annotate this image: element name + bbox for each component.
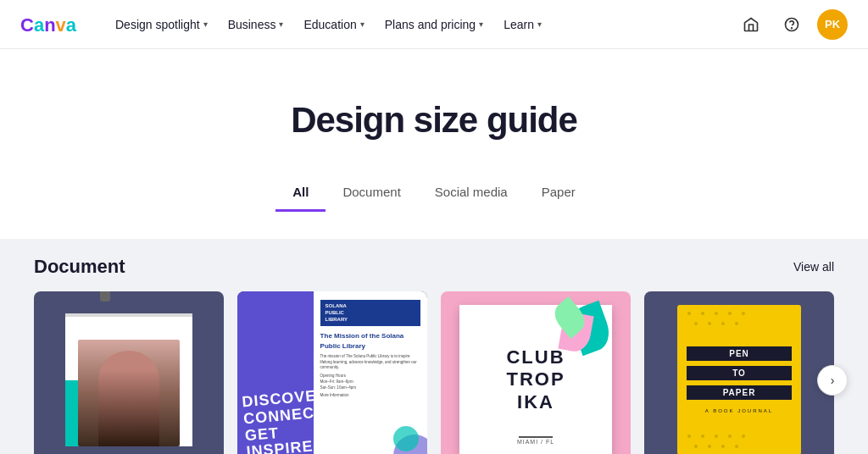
paper-label: PAPER bbox=[687, 385, 792, 400]
svg-text:Canva: Canva bbox=[20, 14, 77, 36]
cards-row: DISCOVERCONNECTGETINSPIRED SOLANAPUBLICL… bbox=[34, 291, 834, 454]
tropika-inner: CLUBTROPIKA MIAMI / FL bbox=[459, 305, 611, 454]
discover-text: DISCOVERCONNECTGETINSPIRED bbox=[242, 389, 314, 454]
nav-links: Design spotlight ▾ Business ▾ Education … bbox=[107, 13, 736, 36]
navbar: Canva Design spotlight ▾ Business ▾ Educ… bbox=[0, 0, 868, 49]
clip-shadow bbox=[65, 313, 192, 317]
chevron-down-icon: ▾ bbox=[479, 19, 483, 29]
nav-label-learn: Learn bbox=[504, 18, 534, 31]
library-more-info: More Information bbox=[320, 393, 420, 399]
next-arrow-button[interactable]: › bbox=[817, 365, 848, 396]
nav-item-education[interactable]: Education ▾ bbox=[295, 13, 372, 36]
card-library[interactable]: DISCOVERCONNECTGETINSPIRED SOLANAPUBLICL… bbox=[237, 291, 427, 454]
card-inner bbox=[65, 313, 192, 446]
help-button[interactable] bbox=[776, 9, 807, 40]
card-club-tropika[interactable]: CLUBTROPIKA MIAMI / FL bbox=[441, 291, 631, 454]
nav-item-plans-pricing[interactable]: Plans and pricing ▾ bbox=[376, 13, 492, 36]
canva-logo[interactable]: Canva bbox=[20, 13, 80, 36]
nav-item-business[interactable]: Business ▾ bbox=[220, 13, 292, 36]
section-title: Document bbox=[34, 256, 125, 278]
chevron-down-icon: ▾ bbox=[360, 19, 364, 29]
card-portrait[interactable] bbox=[34, 291, 224, 454]
view-all-link[interactable]: View all bbox=[793, 260, 834, 274]
book-journal-subtitle: A BOOK JOURNAL bbox=[705, 408, 773, 413]
person-silhouette bbox=[98, 351, 159, 446]
tropika-line bbox=[519, 436, 553, 438]
pen-label: PEN bbox=[687, 346, 792, 361]
hero-section: Design size guide bbox=[0, 49, 868, 174]
document-section: Document View all DISCOVERCONNECTGETINSP… bbox=[0, 239, 868, 454]
avatar[interactable]: PK bbox=[817, 9, 848, 40]
tab-document[interactable]: Document bbox=[326, 174, 417, 212]
nav-label-design-spotlight: Design spotlight bbox=[115, 18, 200, 31]
nav-label-business: Business bbox=[228, 18, 276, 31]
library-header-text: SOLANAPUBLICLIBRARY bbox=[326, 303, 415, 323]
library-title: The Mission of the Solana Public Library bbox=[320, 331, 420, 350]
tropika-location: MIAMI / FL bbox=[459, 439, 611, 445]
tab-all[interactable]: All bbox=[275, 174, 326, 212]
tab-paper[interactable]: Paper bbox=[525, 174, 593, 212]
nav-label-plans-pricing: Plans and pricing bbox=[385, 18, 476, 31]
purple-left: DISCOVERCONNECTGETINSPIRED bbox=[237, 291, 317, 454]
circle-decoration-2 bbox=[393, 426, 419, 451]
nav-label-education: Education bbox=[303, 18, 356, 31]
chevron-down-icon: ▾ bbox=[279, 19, 283, 29]
svg-point-2 bbox=[792, 27, 793, 28]
home-button[interactable] bbox=[736, 9, 766, 40]
avatar-initials: PK bbox=[825, 18, 840, 30]
nav-item-design-spotlight[interactable]: Design spotlight ▾ bbox=[107, 13, 216, 36]
card-pen-to-paper[interactable]: PEN TO PAPER A BOOK JOURNAL bbox=[644, 291, 834, 454]
tropika-text: CLUBTROPIKA bbox=[506, 346, 565, 413]
chevron-down-icon: ▾ bbox=[203, 19, 208, 29]
photo-block bbox=[78, 340, 180, 446]
library-extra: Opening HoursMon–Fri: 9am–6pmSat–Sun: 10… bbox=[320, 374, 420, 390]
yellow-book: PEN TO PAPER A BOOK JOURNAL bbox=[677, 305, 801, 454]
next-arrow-icon: › bbox=[831, 374, 835, 387]
tabs-container: All Document Social media Paper bbox=[0, 174, 868, 212]
binder-clip bbox=[100, 291, 110, 302]
to-label: TO bbox=[687, 366, 792, 380]
nav-right: PK bbox=[736, 9, 848, 40]
tab-social-media[interactable]: Social media bbox=[418, 174, 525, 212]
nav-item-learn[interactable]: Learn ▾ bbox=[495, 13, 550, 36]
page-title: Design size guide bbox=[20, 100, 848, 141]
section-header: Document View all bbox=[34, 239, 834, 291]
library-header: SOLANAPUBLICLIBRARY bbox=[320, 300, 420, 326]
chevron-down-icon: ▾ bbox=[537, 19, 542, 29]
library-body: The mission of The Solana Public Library… bbox=[320, 354, 420, 371]
